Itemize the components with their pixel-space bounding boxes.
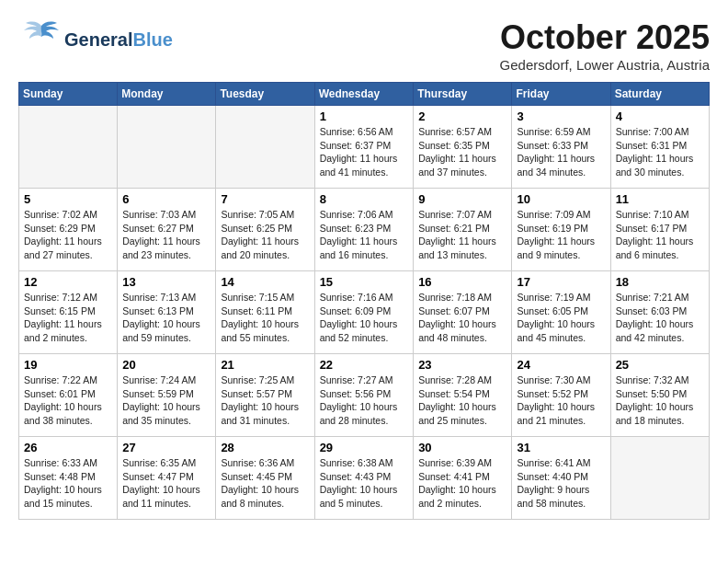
day-info: Sunrise: 7:06 AM Sunset: 6:23 PM Dayligh…	[320, 208, 409, 262]
day-number: 27	[122, 441, 210, 454]
day-number: 3	[517, 109, 605, 123]
day-number: 6	[122, 192, 210, 206]
calendar-cell: 21Sunrise: 7:25 AM Sunset: 5:57 PM Dayli…	[216, 354, 314, 437]
day-number: 17	[517, 275, 605, 289]
day-number: 29	[320, 441, 409, 454]
calendar-cell: 24Sunrise: 7:30 AM Sunset: 5:52 PM Dayli…	[512, 354, 610, 437]
day-number: 31	[517, 441, 605, 454]
calendar-cell: 28Sunrise: 6:36 AM Sunset: 4:45 PM Dayli…	[216, 437, 314, 520]
day-info: Sunrise: 7:30 AM Sunset: 5:52 PM Dayligh…	[517, 373, 605, 428]
day-info: Sunrise: 7:27 AM Sunset: 5:56 PM Dayligh…	[320, 373, 409, 428]
col-header-wednesday: Wednesday	[314, 83, 414, 106]
day-info: Sunrise: 7:05 AM Sunset: 6:25 PM Dayligh…	[221, 208, 309, 262]
calendar-cell: 11Sunrise: 7:10 AM Sunset: 6:17 PM Dayli…	[610, 189, 709, 271]
day-info: Sunrise: 7:25 AM Sunset: 5:57 PM Dayligh…	[221, 373, 309, 428]
page-header: GeneralBlue October 2025 Gedersdorf, Low…	[18, 18, 710, 73]
calendar-table: SundayMondayTuesdayWednesdayThursdayFrid…	[18, 82, 710, 520]
calendar-cell: 12Sunrise: 7:12 AM Sunset: 6:15 PM Dayli…	[19, 271, 118, 354]
day-number: 18	[616, 275, 704, 289]
day-number: 14	[221, 275, 309, 289]
day-number: 10	[517, 192, 605, 206]
calendar-week-2: 5Sunrise: 7:02 AM Sunset: 6:29 PM Daylig…	[19, 189, 710, 271]
day-info: Sunrise: 7:18 AM Sunset: 6:07 PM Dayligh…	[418, 291, 506, 345]
calendar-cell	[118, 106, 216, 189]
day-info: Sunrise: 7:07 AM Sunset: 6:21 PM Dayligh…	[418, 208, 506, 262]
day-number: 20	[122, 358, 210, 372]
calendar-cell	[610, 437, 709, 520]
day-number: 13	[122, 275, 210, 289]
calendar-cell: 23Sunrise: 7:28 AM Sunset: 5:54 PM Dayli…	[414, 354, 512, 437]
day-info: Sunrise: 6:59 AM Sunset: 6:33 PM Dayligh…	[517, 125, 605, 179]
day-info: Sunrise: 6:38 AM Sunset: 4:43 PM Dayligh…	[320, 456, 409, 511]
calendar-cell: 27Sunrise: 6:35 AM Sunset: 4:47 PM Dayli…	[118, 437, 216, 520]
calendar-cell: 30Sunrise: 6:39 AM Sunset: 4:41 PM Dayli…	[414, 437, 512, 520]
calendar-cell: 15Sunrise: 7:16 AM Sunset: 6:09 PM Dayli…	[314, 271, 414, 354]
calendar-cell: 2Sunrise: 6:57 AM Sunset: 6:35 PM Daylig…	[414, 106, 512, 189]
calendar-cell: 17Sunrise: 7:19 AM Sunset: 6:05 PM Dayli…	[512, 271, 610, 354]
calendar-cell: 4Sunrise: 7:00 AM Sunset: 6:31 PM Daylig…	[610, 106, 709, 189]
col-header-monday: Monday	[118, 83, 216, 106]
logo-text: GeneralBlue	[64, 30, 173, 49]
day-number: 28	[221, 441, 309, 454]
calendar-cell: 1Sunrise: 6:56 AM Sunset: 6:37 PM Daylig…	[314, 106, 414, 189]
day-number: 15	[320, 275, 409, 289]
calendar-week-5: 26Sunrise: 6:33 AM Sunset: 4:48 PM Dayli…	[19, 437, 710, 520]
title-block: October 2025 Gedersdorf, Lower Austria, …	[500, 18, 710, 73]
day-info: Sunrise: 6:33 AM Sunset: 4:48 PM Dayligh…	[24, 456, 112, 511]
day-number: 24	[517, 358, 605, 372]
day-number: 8	[320, 192, 409, 206]
calendar-cell: 3Sunrise: 6:59 AM Sunset: 6:33 PM Daylig…	[512, 106, 610, 189]
day-number: 11	[616, 192, 704, 206]
day-info: Sunrise: 7:19 AM Sunset: 6:05 PM Dayligh…	[517, 291, 605, 345]
calendar-cell: 5Sunrise: 7:02 AM Sunset: 6:29 PM Daylig…	[19, 189, 118, 271]
logo-icon	[18, 18, 64, 60]
calendar-week-3: 12Sunrise: 7:12 AM Sunset: 6:15 PM Dayli…	[19, 271, 710, 354]
calendar-cell: 10Sunrise: 7:09 AM Sunset: 6:19 PM Dayli…	[512, 189, 610, 271]
calendar-cell: 16Sunrise: 7:18 AM Sunset: 6:07 PM Dayli…	[414, 271, 512, 354]
calendar-cell: 26Sunrise: 6:33 AM Sunset: 4:48 PM Dayli…	[19, 437, 118, 520]
day-info: Sunrise: 6:36 AM Sunset: 4:45 PM Dayligh…	[221, 456, 309, 511]
calendar-header-row: SundayMondayTuesdayWednesdayThursdayFrid…	[19, 83, 710, 106]
calendar-cell: 13Sunrise: 7:13 AM Sunset: 6:13 PM Dayli…	[118, 271, 216, 354]
calendar-cell: 6Sunrise: 7:03 AM Sunset: 6:27 PM Daylig…	[118, 189, 216, 271]
calendar-cell: 20Sunrise: 7:24 AM Sunset: 5:59 PM Dayli…	[118, 354, 216, 437]
day-info: Sunrise: 7:28 AM Sunset: 5:54 PM Dayligh…	[418, 373, 506, 428]
col-header-friday: Friday	[512, 83, 610, 106]
day-info: Sunrise: 7:24 AM Sunset: 5:59 PM Dayligh…	[122, 373, 210, 428]
col-header-tuesday: Tuesday	[216, 83, 314, 106]
col-header-sunday: Sunday	[19, 83, 118, 106]
day-number: 4	[616, 109, 704, 123]
day-info: Sunrise: 7:16 AM Sunset: 6:09 PM Dayligh…	[320, 291, 409, 345]
calendar-cell: 29Sunrise: 6:38 AM Sunset: 4:43 PM Dayli…	[314, 437, 414, 520]
day-info: Sunrise: 7:02 AM Sunset: 6:29 PM Dayligh…	[24, 208, 112, 262]
day-number: 23	[418, 358, 506, 372]
calendar-cell: 9Sunrise: 7:07 AM Sunset: 6:21 PM Daylig…	[414, 189, 512, 271]
month-title: October 2025	[500, 18, 710, 57]
calendar-cell: 14Sunrise: 7:15 AM Sunset: 6:11 PM Dayli…	[216, 271, 314, 354]
calendar-cell: 8Sunrise: 7:06 AM Sunset: 6:23 PM Daylig…	[314, 189, 414, 271]
day-info: Sunrise: 6:35 AM Sunset: 4:47 PM Dayligh…	[122, 456, 210, 511]
day-info: Sunrise: 7:15 AM Sunset: 6:11 PM Dayligh…	[221, 291, 309, 345]
logo: GeneralBlue	[18, 18, 173, 60]
day-number: 12	[24, 275, 112, 289]
day-number: 22	[320, 358, 409, 372]
day-info: Sunrise: 6:56 AM Sunset: 6:37 PM Dayligh…	[320, 125, 409, 179]
day-info: Sunrise: 7:03 AM Sunset: 6:27 PM Dayligh…	[122, 208, 210, 262]
calendar-cell: 31Sunrise: 6:41 AM Sunset: 4:40 PM Dayli…	[512, 437, 610, 520]
day-info: Sunrise: 7:32 AM Sunset: 5:50 PM Dayligh…	[616, 373, 704, 428]
day-number: 26	[24, 441, 112, 454]
calendar-cell	[216, 106, 314, 189]
day-info: Sunrise: 7:00 AM Sunset: 6:31 PM Dayligh…	[616, 125, 704, 179]
day-info: Sunrise: 7:13 AM Sunset: 6:13 PM Dayligh…	[122, 291, 210, 345]
day-number: 5	[24, 192, 112, 206]
calendar-week-1: 1Sunrise: 6:56 AM Sunset: 6:37 PM Daylig…	[19, 106, 710, 189]
day-info: Sunrise: 7:12 AM Sunset: 6:15 PM Dayligh…	[24, 291, 112, 345]
day-number: 9	[418, 192, 506, 206]
day-number: 25	[616, 358, 704, 372]
col-header-thursday: Thursday	[414, 83, 512, 106]
calendar-cell: 25Sunrise: 7:32 AM Sunset: 5:50 PM Dayli…	[610, 354, 709, 437]
day-info: Sunrise: 7:21 AM Sunset: 6:03 PM Dayligh…	[616, 291, 704, 345]
day-number: 16	[418, 275, 506, 289]
day-info: Sunrise: 7:09 AM Sunset: 6:19 PM Dayligh…	[517, 208, 605, 262]
day-number: 7	[221, 192, 309, 206]
